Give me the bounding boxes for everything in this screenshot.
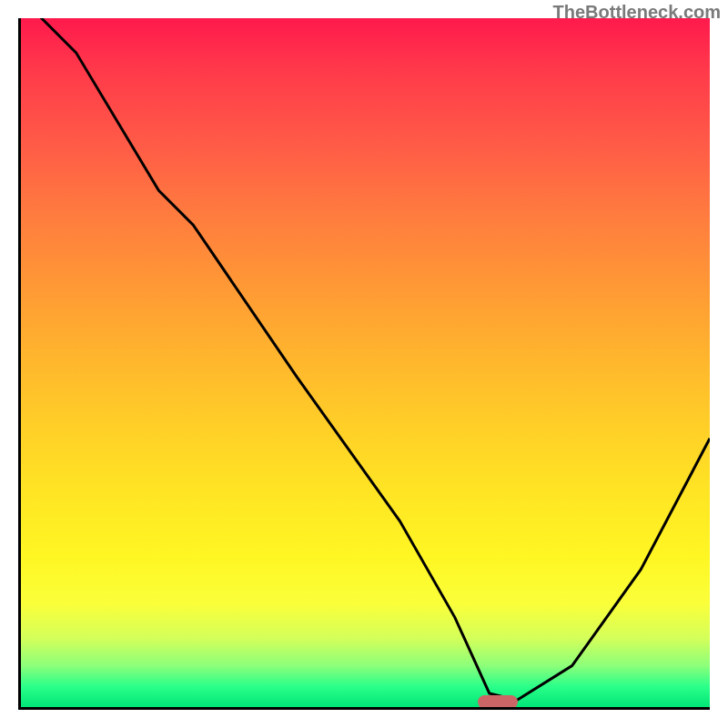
optimal-marker <box>478 695 518 709</box>
watermark-text: TheBottleneck.com <box>553 2 721 23</box>
bottleneck-curve <box>21 18 710 707</box>
plot-area <box>18 18 710 710</box>
